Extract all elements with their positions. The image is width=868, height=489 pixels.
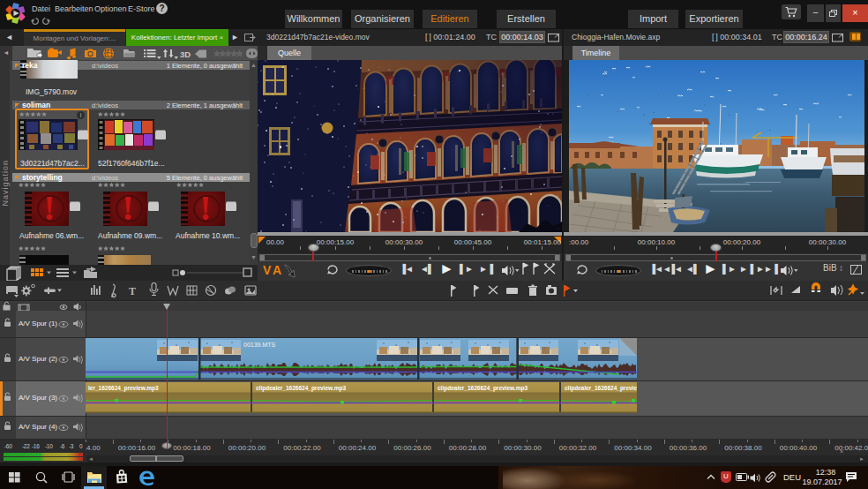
svg-text:ler_1626624_preview.mp3: ler_1626624_preview.mp3 (88, 385, 159, 392)
svg-text:clipdealer_1626624_previe...: clipdealer_1626624_previe... (565, 385, 637, 392)
svg-text:00139.MTS: 00139.MTS (243, 342, 276, 348)
svg-text:T: T (129, 285, 136, 297)
svg-text:clipdealer_1626624_preview.mp3: clipdealer_1626624_preview.mp3 (256, 385, 346, 392)
svg-text:3D: 3D (180, 49, 191, 59)
svg-text:clipdealer_1626624_preview.mp3: clipdealer_1626624_preview.mp3 (438, 385, 528, 392)
